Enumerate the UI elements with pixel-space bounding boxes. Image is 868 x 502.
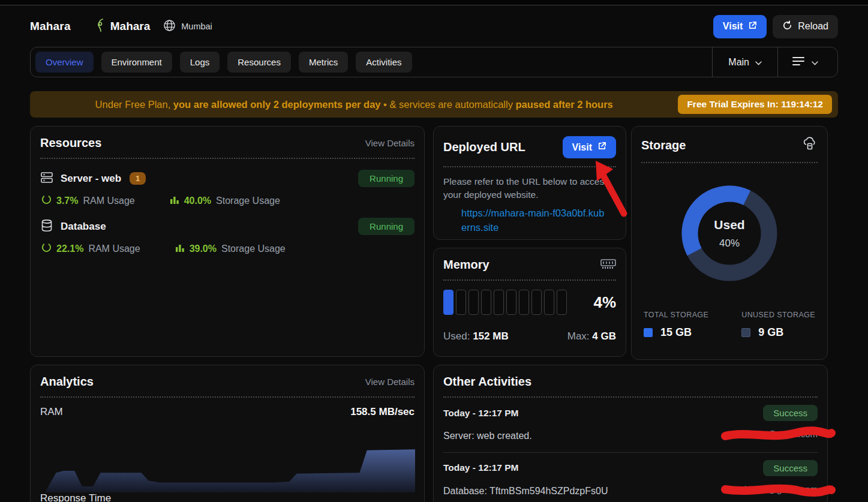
storage-usage-label: Storage Usage [216,196,280,206]
activities-title: Other Activities [443,375,531,389]
bar-chart-icon [170,195,179,207]
activity-status-badge: Success [763,460,818,476]
resources-view-details-link[interactable]: View Details [365,138,415,148]
project-switcher[interactable]: Mahara [96,18,151,35]
activity-time: Today - 12:17 PM [443,408,518,419]
memory-segment [557,290,567,315]
storage-usage-value: 39.0% [190,244,217,254]
server-icon [40,171,53,187]
redaction-scribble [720,426,836,443]
activity-actor-email: testsharan@gmail.com [725,429,818,439]
reload-button-label: Reload [798,21,828,32]
resource-row-database: Database Running [40,218,415,235]
cloud-storage-icon [802,136,818,154]
deployed-url-title: Deployed URL [443,140,525,154]
reload-button[interactable]: Reload [773,15,838,38]
region-indicator: Mumbai [163,19,212,34]
tab-overview[interactable]: Overview [35,52,94,73]
legend-swatch-blue [644,328,653,337]
storage-usage-value: 40.0% [184,196,211,206]
ram-usage-label: RAM Usage [83,196,134,206]
tab-logs[interactable]: Logs [180,52,220,73]
memory-used: Used: 152 MB [443,330,509,342]
deployed-url-card: Deployed URL Visit Please refer to the U… [433,126,626,240]
activity-row-1: Today - 12:17 PM Success Server: web cre… [443,405,818,444]
legend-value: 15 GB [660,326,692,339]
analytics-card: Analytics View Details RAM 158.5 MB/sec … [30,365,425,502]
ring-gauge-icon [41,194,52,207]
globe-icon [163,19,176,34]
menu-icon [792,57,804,68]
external-link-icon [597,142,606,153]
banner-part4: paused after 2 hours [515,99,612,110]
memory-used-value: 152 MB [473,330,509,342]
resource-row-server: Server - web 1 Running [40,170,415,187]
analytics-metric-value: 158.5 MB/sec [350,406,415,418]
divider [443,279,616,281]
resource-name: Server - web [61,173,121,185]
plant-icon [96,18,106,35]
analytics-metric-label: RAM [40,406,63,418]
free-plan-banner: Under Free Plan, you are allowed only 2 … [30,91,838,118]
header-visit-button[interactable]: Visit [713,15,767,38]
app-logo-text: Mahara [30,20,71,33]
redaction-scribble [720,482,836,498]
memory-segment [481,290,491,315]
memory-title: Memory [443,258,489,272]
divider [443,452,818,453]
memory-segment [519,290,529,315]
legend-label: UNUSED STORAGE [741,311,815,319]
chevron-down-icon [812,57,818,68]
other-activities-card: Other Activities Today - 12:17 PM Succes… [433,365,828,502]
resources-title: Resources [40,136,101,150]
ram-area-chart [45,446,415,492]
bar-chart-icon [175,243,185,255]
banner-part2: you are allowed only 2 deployments per d… [173,99,381,110]
storage-title: Storage [641,139,686,152]
activity-actor-email: testsharan@gmail.com [725,484,818,494]
memory-percent: 4% [593,293,616,312]
tab-environment[interactable]: Environment [101,52,172,73]
memory-segment [494,290,504,315]
tab-activities[interactable]: Activities [356,52,412,73]
memory-max-value: 4 GB [592,330,616,342]
top-strip [0,0,868,5]
legend-total-storage: TOTAL STORAGE 15 GB [644,311,708,339]
divider [443,166,616,167]
tab-resources[interactable]: Resources [227,52,291,73]
dashboard-page: Mahara Mahara Mumbai Visit [0,0,868,502]
instance-count-badge: 1 [130,172,146,185]
deployed-url-description: Please refer to the URL below to access … [443,175,623,201]
memory-gauge [443,290,567,315]
memory-segment [443,290,453,315]
banner-part1: Under Free Plan, [95,99,173,110]
legend-swatch-slate [741,328,750,337]
ram-usage-label: RAM Usage [88,244,140,254]
deployed-url-link[interactable]: https://mahara-main-f03a0bf.kuberns.site [461,206,605,235]
analytics-view-details-link[interactable]: View Details [365,377,415,387]
free-trial-countdown-badge: Free Trial Expires In: 119:14:12 [678,95,832,114]
activity-message-text: Database: TftmBSm594hSZPdzpFs0U 9TeDR057… [443,486,608,502]
project-name: Mahara [110,20,151,33]
resources-card: Resources View Details Server - web 1 Ru… [30,126,425,357]
chevron-down-icon [755,57,762,68]
resource-stats-database: 22.1% RAM Usage 39.0% Storage Usage [41,242,415,255]
memory-segment [456,290,466,315]
memory-segment [544,290,554,315]
ring-gauge-icon [41,242,52,255]
donut-center-percent: 40% [719,238,740,250]
memory-max: Max: 4 GB [567,330,616,342]
deployed-visit-button[interactable]: Visit [563,136,617,158]
menu-dropdown[interactable] [778,57,833,68]
tab-metrics[interactable]: Metrics [299,52,348,73]
branch-dropdown[interactable]: Main [713,57,777,68]
ram-usage-value: 22.1% [56,244,83,254]
banner-part3: & services are automatically [389,99,515,110]
external-link-icon [748,21,757,32]
banner-message: Under Free Plan, you are allowed only 2 … [30,99,678,110]
header: Mahara Mahara Mumbai Visit [30,13,838,40]
legend-value: 9 GB [758,326,783,339]
visit-button-label: Visit [572,142,593,153]
donut-center-label: Used [714,218,744,232]
status-badge: Running [358,170,415,187]
